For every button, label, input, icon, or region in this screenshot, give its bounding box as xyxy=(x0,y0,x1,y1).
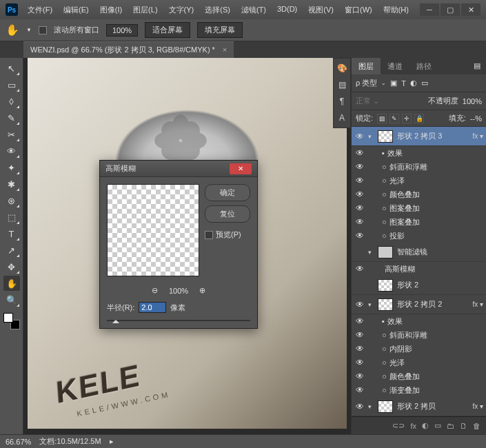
effect-visibility[interactable]: 👁 xyxy=(352,358,368,367)
layer-group-icon[interactable]: 🗀 xyxy=(447,422,454,430)
effect-row[interactable]: 👁○图案叠加 xyxy=(352,215,486,229)
path-tool[interactable]: ↗ xyxy=(3,243,20,258)
effect-row[interactable]: 👁○斜面和浮雕 xyxy=(352,160,486,174)
panel-menu-icon[interactable]: ▤ xyxy=(468,58,486,74)
ok-button[interactable]: 确定 xyxy=(205,184,250,201)
layer-thumbnail[interactable] xyxy=(378,130,393,143)
effect-row[interactable]: 👁○光泽 xyxy=(352,356,486,369)
lock-all-icon[interactable]: 🔒 xyxy=(414,114,424,123)
minimize-button[interactable]: ─ xyxy=(420,3,439,16)
tab-paths[interactable]: 路径 xyxy=(409,58,438,74)
maximize-button[interactable]: ▢ xyxy=(441,3,460,16)
menu-edit[interactable]: 编辑(E) xyxy=(59,2,93,18)
fx-badge[interactable]: fx ▾ xyxy=(472,132,483,140)
wand-tool[interactable]: ✎ xyxy=(3,110,20,125)
effect-visibility[interactable]: 👁 xyxy=(352,148,368,158)
fill-value[interactable]: --% xyxy=(470,114,482,123)
layer-row[interactable]: 👁▾形状 2 拷贝 3fx ▾ xyxy=(352,127,486,146)
color-panel-icon[interactable]: 🎨 xyxy=(336,63,347,74)
visibility-toggle[interactable]: 👁 xyxy=(352,300,368,309)
status-docsize[interactable]: 文档:10.5M/12.5M xyxy=(39,436,101,447)
filter-adjust-icon[interactable]: ◐ xyxy=(410,79,417,88)
layer-row[interactable]: 👁▾形状 2 拷贝 2fx ▾ xyxy=(352,295,486,314)
menu-view[interactable]: 视图(V) xyxy=(304,2,338,18)
marquee-tool[interactable]: ▭ xyxy=(3,77,20,92)
blend-mode-select[interactable]: 正常 ⌄ xyxy=(356,96,379,106)
layer-mask-icon[interactable]: ◐ xyxy=(422,421,429,430)
fx-badge[interactable]: fx ▾ xyxy=(472,301,483,308)
effect-visibility[interactable]: 👁 xyxy=(352,371,368,381)
tab-channels[interactable]: 通道 xyxy=(381,58,409,74)
zoom-out-icon[interactable]: ⊖ xyxy=(152,286,158,295)
expand-arrow[interactable]: ▾ xyxy=(368,249,378,256)
menu-filter[interactable]: 滤镜(T) xyxy=(237,2,270,18)
layer-thumbnail[interactable] xyxy=(378,400,393,413)
zoom-tool[interactable]: 🔍 xyxy=(3,292,20,307)
eyedropper-tool[interactable]: 👁 xyxy=(3,143,20,159)
layer-name[interactable]: 形状 2 拷贝 xyxy=(397,401,472,411)
effect-row[interactable]: 👁○颜色叠加 xyxy=(352,187,486,201)
radius-slider[interactable] xyxy=(100,317,257,328)
character-panel-icon[interactable]: A xyxy=(336,112,347,123)
shape-tool[interactable]: ✥ xyxy=(3,259,20,274)
layer-name[interactable]: 形状 2 拷贝 2 xyxy=(397,299,472,309)
smart-filter-item[interactable]: 👁高斯模糊 xyxy=(352,262,486,276)
scroll-all-checkbox[interactable] xyxy=(39,26,47,34)
effect-visibility[interactable]: 👁 xyxy=(352,385,368,395)
effect-row[interactable]: 👁○内阴影 xyxy=(352,342,486,356)
close-button[interactable]: ✕ xyxy=(461,3,480,16)
filter-shape-icon[interactable]: ▭ xyxy=(421,79,428,88)
effect-visibility[interactable]: 👁 xyxy=(352,316,368,326)
expand-arrow[interactable]: ▾ xyxy=(368,403,378,410)
dialog-close-button[interactable]: ✕ xyxy=(230,163,252,174)
effect-row[interactable]: 👁▪效果 xyxy=(352,314,486,328)
effect-row[interactable]: 👁○投影 xyxy=(352,229,486,243)
status-zoom[interactable]: 66.67% xyxy=(6,438,31,446)
fit-screen-button[interactable]: 适合屏幕 xyxy=(145,22,190,38)
lock-position-icon[interactable]: ✛ xyxy=(402,114,412,123)
menu-image[interactable]: 图像(I) xyxy=(96,2,126,18)
adjustment-layer-icon[interactable]: ▭ xyxy=(434,421,441,430)
visibility-toggle[interactable]: 👁 xyxy=(352,402,368,411)
foreground-color[interactable] xyxy=(3,313,13,323)
lasso-tool[interactable]: ◊ xyxy=(3,94,20,109)
expand-arrow[interactable]: ▾ xyxy=(368,301,378,308)
move-tool[interactable]: ↖ xyxy=(3,61,20,76)
effect-row[interactable]: 👁○斜面和浮雕 xyxy=(352,328,486,342)
status-arrow-icon[interactable]: ▸ xyxy=(110,437,114,446)
effect-visibility[interactable]: 👁 xyxy=(352,231,368,241)
effect-visibility[interactable]: 👁 xyxy=(352,176,368,185)
dialog-titlebar[interactable]: 高斯模糊 ✕ xyxy=(100,161,257,177)
layer-row[interactable]: ▾智能滤镜 xyxy=(352,243,486,262)
crop-tool[interactable]: ✂ xyxy=(3,127,20,142)
visibility-toggle[interactable]: 👁 xyxy=(352,132,368,141)
effect-visibility[interactable]: 👁 xyxy=(352,162,368,172)
stamp-tool[interactable]: ⊛ xyxy=(3,193,20,208)
layer-thumbnail[interactable] xyxy=(378,298,393,311)
layer-thumbnail[interactable] xyxy=(378,279,393,292)
filter-pixel-icon[interactable]: ▣ xyxy=(390,79,397,88)
new-layer-icon[interactable]: 🗋 xyxy=(460,422,467,430)
effect-row[interactable]: 👁○颜色叠加 xyxy=(352,369,486,383)
type-tool[interactable]: T xyxy=(3,226,20,241)
effect-row[interactable]: 👁▪效果 xyxy=(352,146,486,160)
effect-row[interactable]: 👁○渐变叠加 xyxy=(352,383,486,397)
menu-layer[interactable]: 图层(L) xyxy=(129,2,161,18)
preview-thumbnail[interactable] xyxy=(107,184,199,276)
menu-type[interactable]: 文字(Y) xyxy=(165,2,199,18)
fill-screen-button[interactable]: 填充屏幕 xyxy=(197,22,243,38)
effect-visibility[interactable]: 👁 xyxy=(352,217,368,227)
link-layers-icon[interactable]: ⊂⊃ xyxy=(392,421,405,430)
menu-window[interactable]: 窗口(W) xyxy=(341,2,376,18)
document-tab[interactable]: WENZI.psd @ 66.7% (形状 2 拷贝 3, RGB/8#/CMY… xyxy=(23,41,234,58)
layer-name[interactable]: 智能滤镜 xyxy=(397,247,486,257)
menu-file[interactable]: 文件(F) xyxy=(23,2,57,18)
filter-type-icon[interactable]: T xyxy=(401,79,406,88)
menu-help[interactable]: 帮助(H) xyxy=(379,2,413,18)
layer-name[interactable]: 形状 2 拷贝 3 xyxy=(397,131,472,141)
effect-visibility[interactable]: 👁 xyxy=(352,190,368,199)
heal-tool[interactable]: ✦ xyxy=(3,160,20,175)
color-swatch[interactable] xyxy=(3,313,20,329)
effect-row[interactable]: 👁○光泽 xyxy=(352,174,486,187)
effect-visibility[interactable]: 👁 xyxy=(352,344,368,354)
